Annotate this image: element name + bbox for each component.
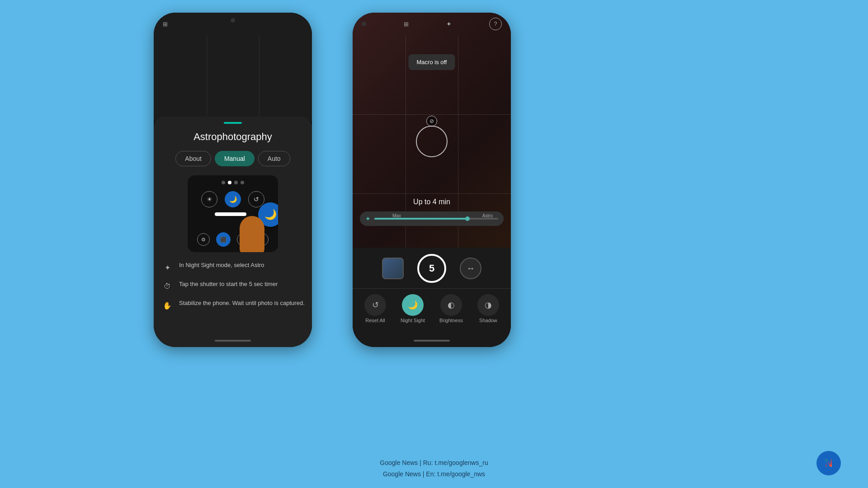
flip-camera-button[interactable]: ↔ bbox=[460, 258, 481, 279]
control-night-sight: 🌙 Night Sight bbox=[401, 294, 425, 323]
gallery-thumbnail[interactable] bbox=[382, 258, 404, 279]
right-status-icon: ⊞ bbox=[404, 21, 409, 28]
left-topbar: ⊞ bbox=[154, 13, 312, 35]
shutter-number: 5 bbox=[429, 263, 434, 274]
instruction-1: ✦ In Night Sight mode, select Astro bbox=[161, 261, 305, 274]
controls-row: ↺ Reset All 🌙 Night Sight ◐ Bright bbox=[353, 289, 511, 326]
instruction-3: ✋ Stabilize the phone. Wait until photo … bbox=[161, 299, 305, 312]
mini-dots bbox=[222, 181, 244, 184]
reset-icon: ↺ bbox=[372, 300, 379, 310]
dot-2 bbox=[228, 181, 231, 184]
footer: Google News | Ru: t.me/googlenws_ru Goog… bbox=[0, 457, 868, 480]
mini-photo-icon[interactable]: ⬛ bbox=[216, 232, 231, 247]
reset-icon-wrap[interactable]: ↺ bbox=[364, 294, 386, 316]
sheet-title: Astrophotography bbox=[193, 131, 272, 143]
control-brightness: ◐ Brightness bbox=[439, 294, 463, 323]
timer-icon: ⏱ bbox=[161, 280, 174, 293]
focus-icon: ⊘ bbox=[426, 116, 437, 127]
mini-gear-icon[interactable]: ⚙ bbox=[197, 233, 210, 246]
tabs-row: About Manual Auto bbox=[175, 151, 290, 166]
sparkle-icon: ✦ bbox=[161, 261, 174, 274]
right-bottom-bar: 5 ↔ ↺ Reset All 🌙 bbox=[353, 248, 511, 347]
mini-bottom-icons: ⚙ ⬛ ▬ ⏱ bbox=[188, 232, 278, 247]
brightness-icon: ◐ bbox=[448, 300, 455, 310]
brightness-label: Brightness bbox=[439, 318, 463, 323]
slider-label-astro: Astro bbox=[482, 213, 493, 218]
tab-manual[interactable]: Manual bbox=[215, 151, 255, 166]
right-notch bbox=[362, 22, 366, 26]
finger-gesture bbox=[240, 216, 264, 252]
left-camera-view: ⊞ bbox=[154, 13, 312, 121]
moon-mode-icon[interactable]: 🌙 bbox=[225, 191, 241, 207]
right-topbar: ⊞ ✦ ? bbox=[353, 13, 511, 35]
instruction-2: ⏱ Tap the shutter to start the 5 sec tim… bbox=[161, 280, 305, 293]
reset-label: Reset All bbox=[365, 318, 385, 323]
slider-labels: Max Astro bbox=[392, 213, 493, 218]
footer-line1: Google News | Ru: t.me/googlenws_ru bbox=[0, 457, 868, 469]
shutter-button[interactable]: 5 bbox=[417, 254, 446, 283]
sparkle-top-icon: ✦ bbox=[446, 20, 452, 28]
night-sight-icon-wrap[interactable]: 🌙 bbox=[402, 294, 424, 316]
flip-icon: ↔ bbox=[467, 264, 475, 273]
left-status-icon: ⊞ bbox=[163, 21, 168, 28]
mini-camera-preview: ☀ 🌙 ↺ ⚙ ⬛ ▬ ⏱ 🌙 bbox=[188, 175, 278, 252]
shutter-row: 5 ↔ bbox=[353, 248, 511, 288]
right-home-indicator bbox=[414, 340, 450, 342]
n-logo: N bbox=[816, 451, 841, 475]
dot-4 bbox=[241, 181, 244, 184]
help-icon[interactable]: ? bbox=[489, 18, 502, 30]
macro-tooltip: Macro is off bbox=[409, 54, 455, 70]
timer-label: Up to 4 min bbox=[353, 198, 511, 206]
sheet-handle[interactable] bbox=[224, 122, 242, 124]
tab-auto[interactable]: Auto bbox=[258, 151, 290, 166]
left-home-indicator bbox=[215, 340, 251, 342]
left-phone-screen: ⊞ Astrophotography About Manual Auto bbox=[154, 13, 312, 347]
shadow-icon: ◑ bbox=[485, 300, 492, 310]
shadow-icon-wrap[interactable]: ◑ bbox=[477, 294, 499, 316]
left-phone: ⊞ Astrophotography About Manual Auto bbox=[154, 13, 312, 347]
instructions-list: ✦ In Night Sight mode, select Astro ⏱ Ta… bbox=[154, 261, 312, 318]
right-phone-screen: ⊞ ✦ ? Macro is off ⊘ Up to 4 min ✦ Max A… bbox=[353, 13, 511, 347]
sun-mode-icon[interactable]: ☀ bbox=[201, 191, 217, 207]
dot-1 bbox=[222, 181, 225, 184]
astrophotography-sheet: Astrophotography About Manual Auto ☀ 🌙 bbox=[154, 117, 312, 347]
right-phone: ⊞ ✦ ? Macro is off ⊘ Up to 4 min ✦ Max A… bbox=[353, 13, 511, 347]
brightness-icon-wrap[interactable]: ◐ bbox=[440, 294, 462, 316]
mini-white-bar bbox=[215, 212, 246, 216]
slider-label-max: Max bbox=[392, 213, 401, 218]
night-sight-label: Night Sight bbox=[401, 318, 425, 323]
exposure-slider[interactable]: ✦ Max Astro bbox=[360, 211, 504, 226]
slider-track[interactable]: Max Astro bbox=[374, 218, 498, 220]
instruction-2-text: Tap the shutter to start the 5 sec timer bbox=[179, 280, 278, 288]
control-shadow: ◑ Shadow bbox=[477, 294, 499, 323]
tab-about[interactable]: About bbox=[175, 151, 211, 166]
stabilize-icon: ✋ bbox=[161, 299, 174, 312]
instruction-3-text: Stabilize the phone. Wait until photo is… bbox=[179, 299, 305, 307]
instruction-1-text: In Night Sight mode, select Astro bbox=[179, 261, 264, 269]
slider-sparkle-icon: ✦ bbox=[365, 215, 371, 222]
footer-line2: Google News | En: t.me/google_nws bbox=[0, 469, 868, 480]
n-logo-letter: N bbox=[825, 457, 832, 469]
control-reset: ↺ Reset All bbox=[364, 294, 386, 323]
dot-3 bbox=[234, 181, 238, 184]
shadow-label: Shadow bbox=[479, 318, 497, 323]
focus-ring bbox=[416, 126, 448, 157]
night-sight-icon: 🌙 bbox=[408, 300, 418, 310]
left-grid-lines bbox=[154, 35, 312, 121]
